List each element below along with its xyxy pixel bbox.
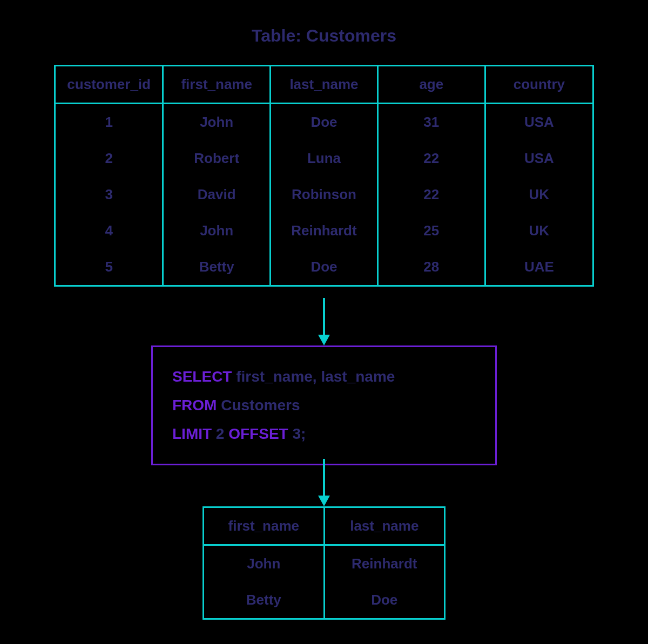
cell: 3 (56, 177, 163, 213)
cell: 31 (377, 104, 485, 141)
cell: John (163, 104, 271, 141)
cell: Doe (271, 249, 378, 285)
sql-text: first_name, last_name (232, 368, 395, 385)
cell: UAE (485, 249, 592, 285)
cell: John (204, 545, 324, 582)
cell: 5 (56, 249, 163, 285)
cell: 25 (377, 213, 485, 249)
sql-text: 3; (288, 425, 306, 442)
sql-line: SELECT first_name, last_name (172, 362, 476, 391)
cell: Doe (324, 582, 444, 618)
table-row: 3 David Robinson 22 UK (56, 177, 592, 213)
col-header: first_name (163, 66, 271, 104)
col-header: last_name (271, 66, 378, 104)
table-row: John Reinhardt (204, 545, 444, 582)
sql-text: 2 (212, 425, 228, 442)
table-row: 1 John Doe 31 USA (56, 104, 592, 141)
cell: Reinhardt (324, 545, 444, 582)
cell: 2 (56, 140, 163, 177)
result-table: first_name last_name John Reinhardt Bett… (202, 506, 446, 620)
cell: Betty (204, 582, 324, 618)
cell: 1 (56, 104, 163, 141)
col-header: country (485, 66, 592, 104)
cell: David (163, 177, 271, 213)
svg-marker-3 (318, 496, 330, 506)
cell: 28 (377, 249, 485, 285)
sql-keyword: LIMIT (172, 425, 212, 442)
cell: Doe (271, 104, 378, 141)
sql-line: LIMIT 2 OFFSET 3; (172, 419, 476, 448)
cell: 4 (56, 213, 163, 249)
table-row: 5 Betty Doe 28 UAE (56, 249, 592, 285)
sql-line: FROM Customers (172, 391, 476, 419)
cell: Robinson (271, 177, 378, 213)
cell: Robert (163, 140, 271, 177)
sql-keyword: SELECT (172, 368, 232, 385)
cell: UK (485, 213, 592, 249)
arrow-down-icon (316, 459, 332, 506)
cell: Betty (163, 249, 271, 285)
sql-keyword: FROM (172, 397, 217, 413)
col-header: customer_id (56, 66, 163, 104)
sql-text: Customers (217, 397, 300, 413)
table-row: 4 John Reinhardt 25 UK (56, 213, 592, 249)
svg-marker-1 (318, 335, 330, 345)
table-row: 2 Robert Luna 22 USA (56, 140, 592, 177)
table-title: Table: Customers (0, 26, 648, 46)
cell: John (163, 213, 271, 249)
table-row: Betty Doe (204, 582, 444, 618)
cell: 22 (377, 140, 485, 177)
source-table: customer_id first_name last_name age cou… (54, 65, 594, 287)
col-header: last_name (324, 508, 444, 545)
col-header: first_name (204, 508, 324, 545)
col-header: age (377, 66, 485, 104)
cell: USA (485, 140, 592, 177)
cell: USA (485, 104, 592, 141)
sql-keyword: OFFSET (228, 425, 288, 442)
cell: 22 (377, 177, 485, 213)
cell: Reinhardt (271, 213, 378, 249)
sql-query-box: SELECT first_name, last_name FROM Custom… (151, 345, 497, 465)
arrow-down-icon (316, 298, 332, 345)
cell: Luna (271, 140, 378, 177)
cell: UK (485, 177, 592, 213)
